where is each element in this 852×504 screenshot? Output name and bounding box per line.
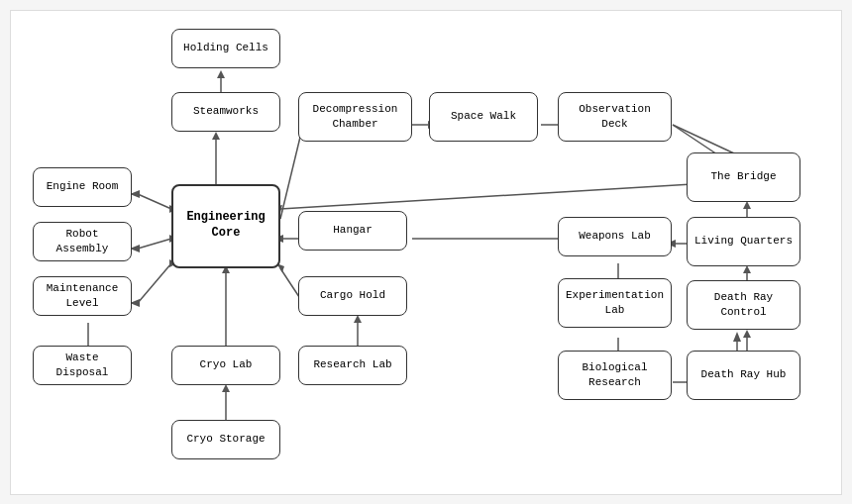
svg-line-20	[138, 263, 171, 303]
svg-marker-1	[217, 70, 225, 78]
death-ray-hub-node: Death Ray Hub	[687, 351, 800, 400]
research-lab-node: Research Lab	[298, 346, 407, 385]
svg-marker-63	[733, 332, 741, 342]
weapons-lab-node: Weapons Lab	[558, 217, 672, 256]
death-ray-control-node: Death Ray Control	[687, 280, 800, 330]
svg-marker-4	[212, 132, 220, 140]
cryo-storage-node: Cryo Storage	[171, 420, 280, 459]
maintenance-level-node: Maintenance Level	[33, 276, 132, 316]
engine-room-node: Engine Room	[33, 167, 132, 207]
decompression-chamber-node: Decompression Chamber	[298, 92, 412, 142]
svg-marker-36	[222, 384, 230, 392]
experimentation-lab-node: Experimentation Lab	[558, 278, 672, 328]
svg-line-41	[280, 184, 692, 209]
holding-cells-node: Holding Cells	[171, 29, 280, 68]
living-quarters-node: Living Quarters	[687, 217, 800, 266]
waste-disposal-node: Waste Disposal	[33, 346, 132, 385]
biological-research-node: Biological Research	[558, 351, 672, 400]
svg-marker-49	[743, 265, 751, 273]
steamworks-node: Steamworks	[171, 92, 280, 132]
svg-marker-39	[354, 315, 362, 323]
cryo-lab-node: Cryo Lab	[171, 346, 280, 385]
hangar-node: Hangar	[298, 211, 407, 251]
svg-line-14	[138, 194, 171, 209]
diagram: Holding Cells Steamworks Engineering Cor…	[10, 10, 842, 495]
space-walk-node: Space Walk	[429, 92, 538, 142]
engineering-core-node: Engineering Core	[171, 184, 280, 268]
robot-assembly-node: Robot Assembly	[33, 222, 132, 261]
the-bridge-node: The Bridge	[687, 152, 800, 202]
svg-marker-52	[743, 330, 751, 338]
svg-line-17	[138, 239, 171, 249]
observation-deck-node: Observation Deck	[558, 92, 672, 142]
svg-marker-46	[743, 201, 751, 209]
cargo-hold-node: Cargo Hold	[298, 276, 407, 316]
